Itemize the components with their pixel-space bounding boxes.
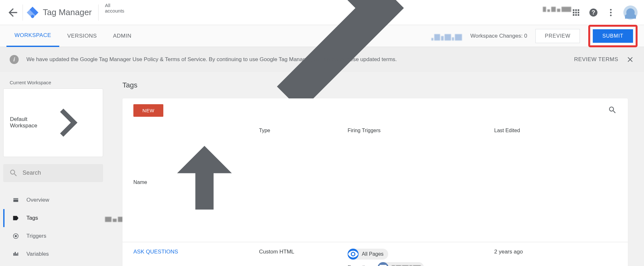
tag-type: Custom HTML: [259, 249, 348, 255]
workspace-selector[interactable]: Default Workspace: [3, 88, 103, 157]
new-tag-button[interactable]: NEW: [133, 104, 163, 117]
nav-label: Variables: [26, 251, 49, 257]
nav-overview[interactable]: Overview: [3, 191, 103, 209]
divider: [23, 5, 23, 21]
review-terms-button[interactable]: REVIEW TERMS: [574, 56, 618, 63]
page-title: Tags: [122, 81, 628, 89]
tab-versions[interactable]: VERSIONS: [59, 25, 105, 47]
search-icon: [9, 169, 18, 178]
more-icon[interactable]: [606, 8, 616, 17]
user-avatar[interactable]: [623, 5, 638, 20]
trigger-chip-label: All Pages: [362, 251, 384, 257]
back-button[interactable]: [6, 6, 19, 19]
breadcrumb-top-label: All accounts: [105, 3, 128, 14]
app-header: Tag Manager All accounts ?: [0, 0, 644, 25]
column-triggers-header[interactable]: Firing Triggers: [348, 128, 494, 237]
search-tags-button[interactable]: [608, 105, 617, 116]
svg-text:?: ?: [591, 9, 595, 16]
svg-point-4: [610, 12, 612, 13]
variable-icon: [12, 251, 20, 257]
svg-point-5: [610, 14, 612, 16]
nav-tags[interactable]: Tags: [3, 209, 103, 227]
tag-triggers: All Pages Exceptions:: [348, 249, 494, 266]
tags-card: NEW Name Type Firing Triggers Last Edite…: [122, 98, 628, 266]
column-edited-header[interactable]: Last Edited: [494, 128, 617, 237]
trigger-icon: [12, 233, 20, 239]
help-icon[interactable]: ?: [589, 8, 598, 17]
tag-icon: [12, 215, 20, 221]
close-icon: [626, 55, 634, 64]
nav-variables[interactable]: Variables: [3, 245, 103, 263]
notice-text: We have updated the Google Tag Manager U…: [26, 56, 566, 63]
table-row[interactable]: ASK QUESTIONS Custom HTML All Pages Exce…: [122, 242, 628, 266]
card-toolbar: NEW: [122, 98, 628, 123]
search-icon: [608, 105, 617, 115]
table-header: Name Type Firing Triggers Last Edited: [122, 123, 628, 242]
svg-point-0: [31, 15, 34, 18]
breadcrumb-account-redacted: [543, 4, 571, 12]
sort-asc-icon: [150, 128, 259, 237]
search-input[interactable]: [23, 170, 97, 176]
exception-icon: [378, 262, 389, 266]
nav-label: Triggers: [26, 233, 46, 239]
divider: [98, 5, 99, 21]
workspace-changes-label: Workspace Changes:: [470, 33, 523, 39]
apps-icon[interactable]: [571, 8, 581, 17]
header-actions: ?: [571, 5, 638, 20]
nav-triggers[interactable]: Triggers: [3, 227, 103, 245]
svg-point-7: [15, 235, 17, 237]
nav-label: Tags: [26, 215, 38, 221]
avatar-icon: [626, 8, 635, 17]
chevron-right-icon: [40, 95, 96, 151]
sidebar-search[interactable]: [3, 164, 103, 182]
column-name-header[interactable]: Name: [133, 128, 259, 237]
tab-admin[interactable]: ADMIN: [105, 25, 139, 47]
arrow-left-icon: [6, 6, 19, 19]
nav-folders[interactable]: Folders: [3, 263, 103, 266]
tag-last-edited: 2 years ago: [494, 249, 617, 255]
nav-label: Overview: [26, 197, 49, 203]
subheader-actions: Workspace Changes: 0 PREVIEW SUBMIT: [431, 25, 638, 47]
workspace-changes-count: 0: [524, 33, 527, 39]
info-icon: i: [10, 55, 19, 64]
workspace-changes: Workspace Changes: 0: [470, 33, 527, 39]
preview-button[interactable]: PREVIEW: [535, 29, 580, 43]
current-workspace-label: Current Workspace: [3, 80, 103, 85]
product-logo[interactable]: Tag Manager: [26, 6, 92, 19]
svg-point-3: [610, 9, 612, 10]
workspace-selector-value: Default Workspace: [10, 116, 40, 129]
main-content: Current Workspace Default Workspace Over…: [0, 72, 644, 266]
container-id-redacted[interactable]: [431, 32, 462, 41]
content-area: Tags NEW Name Type Firing Triggers Last …: [106, 72, 644, 266]
exception-chip-redacted[interactable]: [378, 262, 424, 266]
trigger-chip[interactable]: All Pages: [348, 249, 388, 260]
tag-name-link[interactable]: ASK QUESTIONS: [133, 249, 178, 255]
product-name: Tag Manager: [43, 7, 92, 17]
submit-button[interactable]: SUBMIT: [593, 29, 633, 43]
exceptions-label: Exceptions:: [348, 265, 374, 266]
overview-icon: [12, 197, 20, 203]
tag-manager-logo-icon: [26, 6, 39, 19]
column-type-header[interactable]: Type: [259, 128, 348, 237]
close-notice-button[interactable]: [626, 55, 634, 64]
sidebar: Current Workspace Default Workspace Over…: [0, 72, 106, 266]
pageview-icon: [348, 249, 359, 260]
tab-workspace[interactable]: WORKSPACE: [6, 25, 59, 47]
submit-highlight-annotation: SUBMIT: [588, 25, 638, 47]
